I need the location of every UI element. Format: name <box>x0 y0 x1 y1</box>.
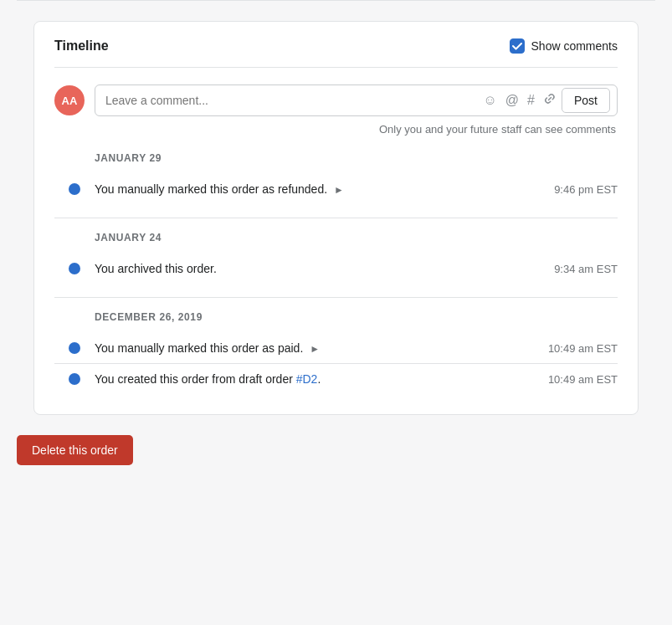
timeline-dot <box>69 183 80 195</box>
comment-hint: Only you and your future staff can see c… <box>54 123 618 136</box>
draft-order-link[interactable]: #D2 <box>296 372 318 386</box>
timeline-time: 9:34 am EST <box>554 263 618 275</box>
link-icon[interactable] <box>543 92 557 109</box>
show-comments-checkbox-icon[interactable] <box>510 38 525 54</box>
timeline-group-jan24: JANUARY 24 You archived this order. 9:34… <box>54 232 618 284</box>
timeline-dot-wrapper <box>54 342 95 354</box>
timeline-divider <box>54 218 618 218</box>
date-label-jan29: JANUARY 29 <box>54 152 618 164</box>
timeline-item: You archived this order. 9:34 am EST <box>54 254 618 284</box>
expand-arrow-icon[interactable]: ► <box>334 184 344 196</box>
post-button[interactable]: Post <box>562 88 610 113</box>
comment-icons: ☺ @ # <box>483 92 557 109</box>
timeline-time: 10:49 am EST <box>548 373 618 386</box>
show-comments-text: Show comments <box>531 39 618 53</box>
timeline-title: Timeline <box>54 38 109 54</box>
timeline-dot <box>69 263 80 274</box>
comment-input[interactable] <box>102 94 483 107</box>
timeline-item-text: You archived this order. <box>95 262 541 275</box>
timeline-time: 9:46 pm EST <box>554 183 618 196</box>
date-label-dec26: DECEMBER 26, 2019 <box>54 311 618 323</box>
timeline-item: You manually marked this order as paid. … <box>54 333 618 364</box>
timeline-dot-wrapper <box>54 263 95 274</box>
date-label-jan24: JANUARY 24 <box>54 232 618 243</box>
delete-order-button[interactable]: Delete this order <box>17 435 133 465</box>
timeline-item-text: You manually marked this order as paid. … <box>95 341 535 355</box>
comment-input-container: ☺ @ # Post <box>95 85 618 116</box>
show-comments-label[interactable]: Show comments <box>510 38 618 54</box>
hashtag-icon[interactable]: # <box>527 93 535 108</box>
timeline-dot <box>69 342 80 354</box>
timeline-item: You manually marked this order as refund… <box>54 174 618 204</box>
emoji-icon[interactable]: ☺ <box>483 93 496 108</box>
timeline-item: You created this order from draft order … <box>54 364 618 394</box>
timeline-dot-wrapper <box>54 373 95 385</box>
timeline-group-dec26: DECEMBER 26, 2019 You manually marked th… <box>54 311 618 394</box>
timeline-dot <box>69 373 80 385</box>
timeline-divider <box>54 297 618 298</box>
timeline-time: 10:49 am EST <box>548 342 618 355</box>
delete-section: Delete this order <box>0 415 672 465</box>
expand-arrow-icon[interactable]: ► <box>310 343 320 355</box>
mention-icon[interactable]: @ <box>505 93 519 108</box>
avatar: AA <box>54 85 85 115</box>
card-header: Timeline Show comments <box>54 38 618 68</box>
comment-input-row: AA ☺ @ # Post <box>54 85 618 116</box>
timeline-section: JANUARY 29 You manually marked this orde… <box>54 152 618 394</box>
timeline-item-text: You manually marked this order as refund… <box>95 182 541 196</box>
timeline-dot-wrapper <box>54 183 95 195</box>
timeline-item-text: You created this order from draft order … <box>95 372 535 386</box>
timeline-group-jan29: JANUARY 29 You manually marked this orde… <box>54 152 618 204</box>
